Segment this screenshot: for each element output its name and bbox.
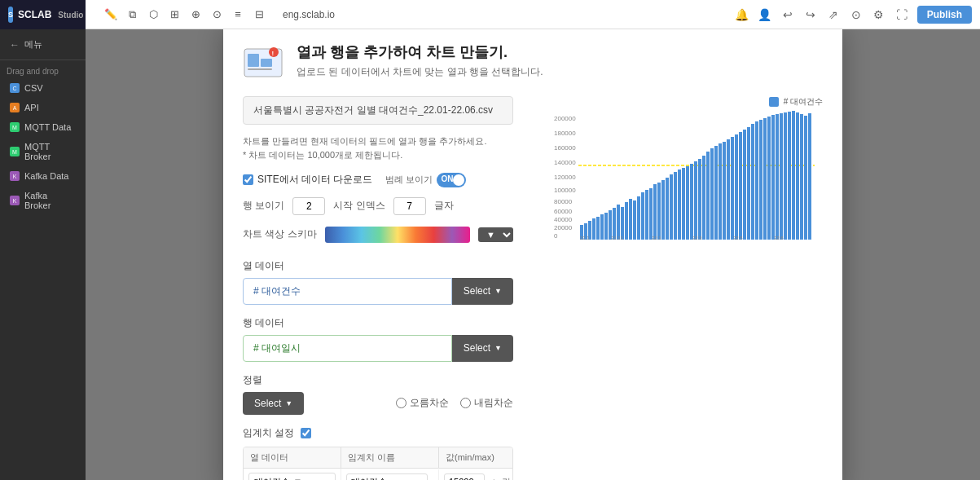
- bar-chart-svg: 200000 180000 160000 140000 120000 10000…: [530, 111, 815, 241]
- threshold-middle-1: 값: [499, 476, 513, 480]
- topbar-url: eng.sclab.io: [283, 9, 728, 20]
- dashboard-icon[interactable]: ⊞: [165, 6, 183, 24]
- sort-desc-radio[interactable]: 내림차순: [460, 396, 513, 410]
- svg-text:22.3: 22.3: [692, 236, 702, 240]
- svg-rect-40: [670, 174, 673, 240]
- site-download-input[interactable]: [243, 174, 253, 185]
- sidebar-item-kafka-broker[interactable]: K Kafka Broker: [3, 187, 82, 214]
- svg-rect-29: [625, 202, 628, 240]
- sidebar-item-kafka-data[interactable]: K Kafka Data: [3, 167, 82, 185]
- sort-select-button[interactable]: Select: [243, 392, 304, 415]
- share-icon[interactable]: ⇗: [826, 7, 841, 22]
- svg-rect-59: [747, 127, 750, 240]
- threshold-section: 임계치 설정 열 데이터 임계치 이름 값(min/max) 색상: [243, 426, 513, 480]
- upload-icon[interactable]: ⊙: [849, 7, 864, 22]
- sidebar-item-label: Kafka Data: [24, 171, 68, 181]
- table-icon[interactable]: ⊟: [250, 6, 268, 24]
- modal-body: 서울특별시 공공자전거 일별 대여건수_22.01-22.06.csv 차트를 …: [243, 96, 823, 481]
- sidebar-nav-top: ← 메뉴: [0, 29, 86, 60]
- threshold-thead: 열 데이터 임계치 이름 값(min/max) 색상: [244, 447, 512, 469]
- sort-asc-radio[interactable]: 오름차순: [396, 396, 449, 410]
- svg-rect-45: [690, 164, 693, 240]
- row-count-input[interactable]: [292, 197, 325, 215]
- sidebar-item-mqtt-data[interactable]: M MQTT Data: [3, 118, 82, 136]
- svg-rect-51: [714, 146, 718, 240]
- sidebar-nav-prev[interactable]: ← 메뉴: [3, 34, 82, 55]
- sidebar-item-csv[interactable]: C CSV: [3, 79, 82, 97]
- copy-icon[interactable]: ⧉: [123, 6, 141, 24]
- svg-rect-1: [248, 54, 259, 67]
- fullscreen-icon[interactable]: ⛶: [894, 7, 909, 22]
- bars-group: [580, 111, 811, 240]
- shape-icon[interactable]: ⬡: [144, 6, 162, 24]
- col-select-row: # 대여건수 Select: [243, 278, 513, 305]
- sidebar-item-mqtt-broker[interactable]: M MQTT Broker: [3, 138, 82, 165]
- col-data-section: 열 데이터 # 대여건수 Select: [243, 259, 513, 305]
- sidebar-item-label: MQTT Data: [24, 122, 71, 132]
- svg-rect-27: [617, 205, 620, 240]
- svg-rect-37: [657, 183, 661, 240]
- threshold-name-cell-1: [341, 469, 439, 480]
- svg-rect-64: [767, 117, 771, 240]
- publish-button[interactable]: Publish: [917, 6, 972, 24]
- threshold-checkbox[interactable]: [301, 428, 311, 438]
- svg-rect-31: [633, 200, 636, 240]
- start-index-input[interactable]: [393, 197, 426, 215]
- bell-icon[interactable]: 🔔: [735, 7, 749, 22]
- svg-text:60000: 60000: [554, 208, 573, 215]
- svg-rect-36: [653, 184, 657, 240]
- sclab-logo-icon: S: [8, 7, 13, 23]
- chart-wizard-modal: ! 열과 행을 추가하여 차트 만들기. 업로드 된 데이터에서 차트에 맞는 …: [223, 29, 842, 480]
- modal-header: ! 열과 행을 추가하여 차트 만들기. 업로드 된 데이터에서 차트에 맞는 …: [243, 42, 823, 83]
- row-data-section: 행 데이터 # 대여일시 Select: [243, 316, 513, 362]
- users-icon[interactable]: ⊙: [208, 6, 226, 24]
- svg-rect-21: [592, 218, 595, 240]
- sidebar-item-label: MQTT Broker: [24, 142, 76, 161]
- svg-rect-52: [719, 143, 722, 240]
- sidebar-header: S SCLAB Studio: [0, 0, 86, 29]
- svg-text:21.11: 21.11: [611, 236, 624, 240]
- svg-rect-44: [686, 166, 689, 240]
- modal-subtitle: 업로드 된 데이터에서 차트에 맞는 열과 행을 선택합니다.: [297, 65, 543, 79]
- svg-rect-53: [723, 142, 726, 240]
- legend-label: # 대여건수: [784, 96, 823, 108]
- user-icon[interactable]: 👤: [758, 7, 772, 22]
- list-icon[interactable]: ≡: [229, 6, 247, 24]
- svg-rect-70: [792, 111, 795, 240]
- sort-asc-input[interactable]: [396, 398, 407, 408]
- row-select-button[interactable]: Select: [452, 335, 513, 362]
- chart-container: # 대여건수 200000 180000 160000 140000 12000…: [530, 96, 823, 243]
- location-icon[interactable]: ⊕: [187, 6, 204, 24]
- undo-icon[interactable]: ↩: [780, 7, 795, 22]
- svg-text:40000: 40000: [554, 216, 573, 223]
- chart-preview: # 대여건수 200000 180000 160000 140000 12000…: [530, 96, 823, 481]
- site-download-checkbox[interactable]: SITE에서 데이터 다운로드: [243, 173, 372, 187]
- svg-rect-66: [776, 114, 779, 240]
- range-view-toggle[interactable]: ON: [437, 173, 466, 187]
- threshold-field-select-1[interactable]: 대여건수 ▼: [248, 473, 336, 480]
- svg-rect-28: [621, 207, 624, 240]
- sort-desc-input[interactable]: [460, 398, 471, 408]
- svg-rect-35: [649, 188, 653, 240]
- svg-text:80000: 80000: [554, 198, 573, 205]
- edit-icon[interactable]: ✏️: [102, 6, 120, 24]
- svg-rect-54: [727, 139, 730, 240]
- svg-text:0: 0: [554, 232, 558, 240]
- svg-text:22.1: 22.1: [580, 236, 590, 240]
- color-scheme-dropdown[interactable]: ▼: [478, 227, 513, 242]
- color-bar: [325, 227, 470, 243]
- settings-icon[interactable]: ⚙: [872, 7, 886, 22]
- main-area: ✏️ ⧉ ⬡ ⊞ ⊕ ⊙ ≡ ⊟ eng.sclab.io 🔔 👤 ↩ ↪ ⇗ …: [86, 0, 980, 480]
- modal-overlay: ! 열과 행을 추가하여 차트 만들기. 업로드 된 데이터에서 차트에 맞는 …: [86, 29, 980, 480]
- svg-rect-68: [784, 112, 787, 240]
- svg-rect-24: [604, 213, 608, 240]
- svg-rect-38: [661, 180, 665, 240]
- sidebar-item-api[interactable]: A API: [3, 99, 82, 117]
- svg-rect-39: [666, 178, 669, 240]
- svg-rect-49: [706, 152, 710, 240]
- threshold-min-input-1[interactable]: [444, 473, 485, 480]
- redo-icon[interactable]: ↪: [803, 7, 818, 22]
- threshold-name-input-1[interactable]: [346, 473, 428, 480]
- svg-rect-72: [800, 114, 803, 240]
- col-select-button[interactable]: Select: [452, 278, 513, 305]
